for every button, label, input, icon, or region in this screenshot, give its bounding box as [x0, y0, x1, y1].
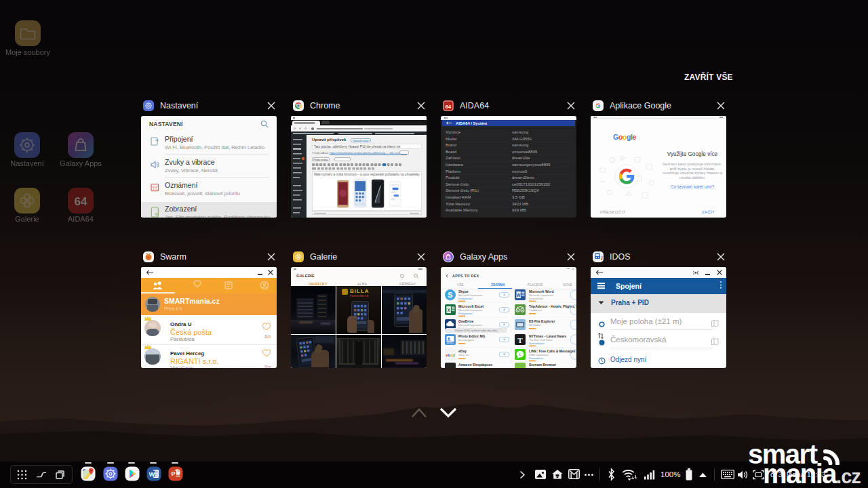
- svg-text:Získejte VDSL rychlostí volby: Získejte VDSL rychlostí volby aby videa: [455, 329, 498, 332]
- svg-text:g: g: [627, 134, 631, 141]
- svg-text:R58J33K19QX: R58J33K19QX: [512, 188, 539, 192]
- svg-text:ES File Explorer: ES File Explorer: [529, 319, 555, 323]
- svg-text:3423 MB: 3423 MB: [512, 202, 528, 206]
- svg-text:MicrosoftCorporation: MicrosoftCorporation: [458, 324, 482, 327]
- svg-text:samsung: samsung: [512, 130, 528, 134]
- svg-text:Produkt: Produkt: [446, 176, 460, 180]
- svg-text:eBay, Inc.: eBay, Inc.: [458, 354, 470, 357]
- svg-text:W: W: [149, 471, 155, 478]
- svg-text:G: G: [613, 134, 618, 141]
- svg-text:dev.macgyver: dev.macgyver: [458, 339, 475, 342]
- svg-text:MicrosoftCorporation: MicrosoftCorporation: [458, 309, 482, 312]
- svg-text:e: e: [633, 134, 637, 141]
- svg-text:TripAdvisor: TripAdvisor: [529, 309, 542, 312]
- svg-text:o: o: [623, 134, 627, 141]
- svg-text:Installed RAM: Installed RAM: [446, 195, 471, 199]
- svg-text:samsungexynos8895: samsungexynos8895: [512, 163, 551, 167]
- svg-text:Microsoft Corporation: Microsoft Corporation: [529, 294, 553, 297]
- svg-text:FOTO: FOTO: [447, 342, 454, 345]
- svg-text:Zpravodajství: Zpravodajství: [529, 342, 545, 345]
- svg-text:Microsoft Word: Microsoft Word: [529, 289, 554, 293]
- svg-text:Kancelářské: Kancelářské: [529, 298, 543, 300]
- svg-text:Microsoft Excel: Microsoft Excel: [458, 304, 484, 308]
- svg-text:Model: Model: [446, 137, 456, 141]
- svg-text:64: 64: [446, 104, 452, 110]
- svg-text:939 MB: 939 MB: [512, 208, 526, 212]
- svg-text:L: L: [519, 352, 521, 357]
- svg-text:LINE: Free Calls & Messages: LINE: Free Calls & Messages: [529, 349, 576, 353]
- svg-text:OneDrive: OneDrive: [458, 319, 473, 323]
- svg-text:dream2lte: dream2lte: [512, 156, 530, 160]
- svg-text:P: P: [172, 470, 176, 477]
- svg-text:3,5 GB: 3,5 GB: [512, 195, 525, 199]
- svg-text:Sériové číslo (RIL): Sériové číslo (RIL): [446, 188, 479, 192]
- svg-text:T: T: [517, 336, 523, 344]
- svg-text:The New York Times: The New York Times: [529, 339, 553, 342]
- svg-text:Poskytování: Poskytování: [458, 312, 473, 315]
- svg-text:dream2ltexx: dream2ltexx: [512, 176, 534, 180]
- svg-text:64: 64: [75, 195, 87, 208]
- svg-text:Brand: Brand: [446, 143, 456, 147]
- svg-text:eBay: eBay: [458, 349, 467, 353]
- svg-text:Skype: Skype: [458, 289, 469, 293]
- svg-text:exynos5: exynos5: [512, 169, 528, 174]
- svg-text:Zařízení: Zařízení: [446, 156, 460, 160]
- svg-text:ce031713101256202: ce031713101256202: [512, 182, 551, 186]
- svg-text:S: S: [448, 291, 452, 299]
- svg-text:SM-G955F: SM-G955F: [512, 137, 532, 141]
- svg-text:Board: Board: [446, 150, 456, 154]
- svg-text:Total Memory: Total Memory: [446, 202, 470, 206]
- svg-text:W: W: [517, 293, 521, 298]
- svg-text:LINE Corporation: LINE Corporation: [529, 354, 549, 357]
- svg-text:samsung: samsung: [512, 143, 528, 147]
- svg-text:MicrosoftCorporation: MicrosoftCorporation: [458, 294, 482, 297]
- svg-text:universal8895: universal8895: [512, 150, 538, 154]
- svg-text:Výrobce: Výrobce: [446, 130, 461, 134]
- svg-text:X: X: [447, 308, 450, 312]
- svg-text:Photo Editor MG: Photo Editor MG: [458, 334, 486, 338]
- svg-text:NYTimes - Latest News: NYTimes - Latest News: [529, 334, 566, 338]
- svg-text:Komunikace: Komunikace: [529, 357, 543, 360]
- svg-text:Available Memory: Available Memory: [446, 208, 478, 212]
- svg-text:Platform: Platform: [446, 169, 460, 174]
- svg-text:o: o: [618, 134, 623, 141]
- svg-text:Poskytování: Poskytování: [458, 298, 473, 300]
- svg-text:Hardware: Hardware: [446, 163, 464, 167]
- svg-text:Sériové číslo: Sériové číslo: [446, 182, 469, 186]
- svg-text:TripAdvisor - Hotels, Flights,: TripAdvisor - Hotels, Flights, Restau…: [529, 304, 576, 308]
- svg-text:ES Global: ES Global: [529, 324, 540, 327]
